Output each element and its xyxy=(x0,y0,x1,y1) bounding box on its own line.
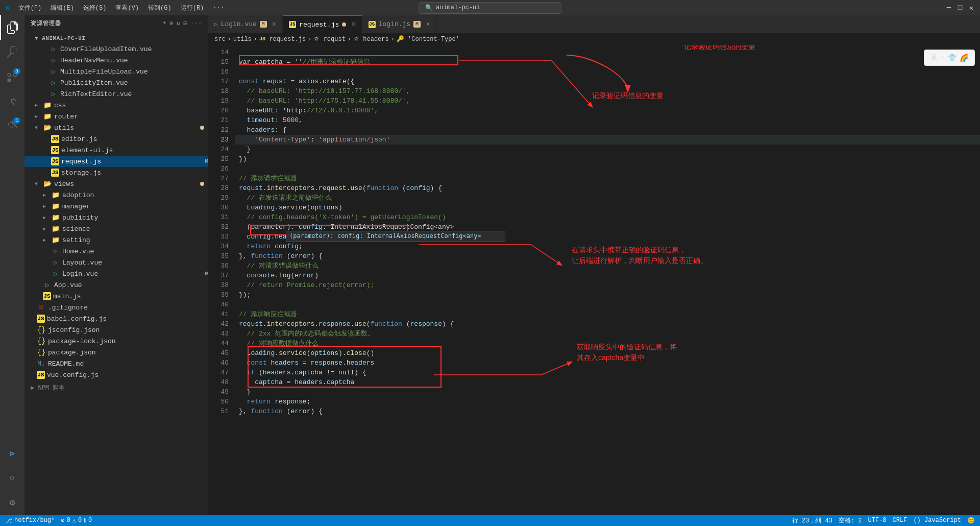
breadcrumb-requestjs[interactable]: request.js xyxy=(269,36,306,43)
tree-item-gitignore[interactable]: ⛭ .gitignore xyxy=(24,302,208,313)
tree-arrow: ▶ xyxy=(43,237,51,243)
tab-modified-dot xyxy=(342,22,346,27)
tree-item-loginvue[interactable]: ▷ Login.vue M xyxy=(24,268,208,279)
status-branch[interactable]: ⎇ hotfix/bug* xyxy=(5,517,55,524)
tree-label: science xyxy=(62,225,208,233)
tree-item-requestjs[interactable]: JS request.js M xyxy=(24,156,208,167)
title-bar-left: ✕ 文件(F) 编辑(E) 选择(S) 查看(V) 转到(G) 运行(R) ··… xyxy=(5,2,228,14)
tree-item-router[interactable]: ▶ 📁 router xyxy=(24,111,208,122)
tree-item-babelconfigjs[interactable]: JS babel.config.js xyxy=(24,313,208,324)
code-line: // config.headers('X-token') = getUserLo… xyxy=(235,212,980,222)
branch-icon: ⎇ xyxy=(5,517,12,524)
activity-extensions[interactable]: 1 xyxy=(0,113,24,138)
breadcrumb-sep: › xyxy=(254,36,257,43)
tree-item-css[interactable]: ▶ 📁 css xyxy=(24,100,208,111)
activity-debug[interactable] xyxy=(0,89,24,113)
tree-item-homevue[interactable]: ▷ Home.vue xyxy=(24,246,208,257)
status-encoding[interactable]: UTF-8 xyxy=(868,517,887,524)
tab-loginvue[interactable]: ▷ Login.vue M × xyxy=(208,15,283,33)
status-feedback[interactable]: 😊 xyxy=(967,517,975,524)
tree-item-adoption[interactable]: ▶ 📁 adoption xyxy=(24,189,208,201)
tree-item-jsconfigjson[interactable]: {} jsconfig.json xyxy=(24,324,208,336)
tree-label: request.js xyxy=(61,158,203,165)
tree-label: css xyxy=(54,102,208,109)
menu-more[interactable]: ··· xyxy=(209,3,228,13)
tree-item-readmemd[interactable]: M↓ README.md xyxy=(24,358,208,369)
menu-goto[interactable]: 转到(G) xyxy=(144,2,176,14)
tree-label: README.md xyxy=(48,360,208,368)
more-icon[interactable]: ··· xyxy=(190,20,202,27)
tree-item-storagejs[interactable]: JS storage.js xyxy=(24,167,208,178)
tree-item-coverfileuploaditem[interactable]: ▷ CoverFileUploadItem.vue xyxy=(24,43,208,55)
tree-item-publicityitem[interactable]: ▷ PublicityItem.vue xyxy=(24,77,208,88)
menu-file[interactable]: 文件(F) xyxy=(14,2,46,14)
breadcrumb-headers[interactable]: ⛭ headers xyxy=(353,35,389,43)
tree-item-packagelockjson[interactable]: {} package-lock.json xyxy=(24,336,208,347)
tree-item-publicity[interactable]: ▶ 📁 publicity xyxy=(24,212,208,223)
collapse-icon[interactable]: ⊟ xyxy=(184,20,188,27)
tab-close-button[interactable]: × xyxy=(426,20,430,29)
tree-item-multiplefileupload[interactable]: ▷ MultipleFileUpload.vue xyxy=(24,66,208,77)
tab-loginjs[interactable]: JS login.js M × xyxy=(362,15,437,33)
activity-source-control[interactable]: 3 xyxy=(0,64,24,89)
refresh-icon[interactable]: ↻ xyxy=(177,20,181,27)
breadcrumb-content-type[interactable]: 🔑 'Content-Type' xyxy=(397,35,459,43)
close-button[interactable]: ✕ xyxy=(968,4,975,11)
warning-icon: ⚠ xyxy=(72,517,76,524)
tree-label: package-lock.json xyxy=(48,338,208,345)
modified-dot xyxy=(200,182,204,186)
tree-item-manager[interactable]: ▶ 📁 manager xyxy=(24,201,208,212)
tree-item-science[interactable]: ▶ 📁 science xyxy=(24,223,208,234)
activity-account[interactable]: ○ xyxy=(0,466,24,490)
code-line: var captcha = ''//用来记录验证码信息 xyxy=(235,57,980,67)
activity-search[interactable] xyxy=(0,40,24,64)
tab-close-button[interactable]: × xyxy=(272,20,276,29)
activity-explorer[interactable] xyxy=(0,15,24,40)
tree-item-setting[interactable]: ▶ 📁 setting xyxy=(24,234,208,246)
npm-section[interactable]: ▶ NPM 脚本 xyxy=(24,380,208,395)
tree-item-appvue[interactable]: ▷ App.vue xyxy=(24,279,208,291)
status-line-ending[interactable]: CRLF xyxy=(893,517,908,524)
tab-requestjs[interactable]: JS request.js × xyxy=(283,15,362,33)
breadcrumb-requst[interactable]: ⛭ requst xyxy=(313,35,345,43)
tree-item-editorjs[interactable]: JS editor.js xyxy=(24,133,208,145)
vue-icon: ▷ xyxy=(51,269,60,278)
menu-select[interactable]: 选择(S) xyxy=(79,2,111,14)
tree-item-mainjs[interactable]: JS main.js xyxy=(24,291,208,302)
search-box[interactable]: 🔍 animal-pc-ui xyxy=(419,2,561,14)
tree-item-layoutvue[interactable]: ▷ Layout.vue xyxy=(24,257,208,268)
new-folder-icon[interactable]: ⊕ xyxy=(169,20,174,27)
tree-label: router xyxy=(54,113,208,121)
breadcrumb-utils[interactable]: utils xyxy=(233,36,252,43)
ext-shirt-icon: 👕 xyxy=(948,54,957,62)
activity-settings[interactable]: ⚙ xyxy=(0,490,24,515)
tab-close-button[interactable]: × xyxy=(351,20,355,29)
tree-item-utils[interactable]: ▼ 📂 utils xyxy=(24,122,208,133)
code-content[interactable]: var captcha = ''//用来记录验证码信息 const requst… xyxy=(235,45,980,515)
menu-view[interactable]: 查看(V) xyxy=(111,2,143,14)
tree-item-vueconfigjs[interactable]: JS vue.config.js xyxy=(24,369,208,380)
status-spaces[interactable]: 空格: 2 xyxy=(839,516,862,525)
md-icon: M↓ xyxy=(37,359,46,368)
tree-item-views[interactable]: ▼ 📂 views xyxy=(24,178,208,189)
status-errors[interactable]: ⊗ 0 ⚠ 0 ℹ 0 xyxy=(61,517,92,524)
minimize-button[interactable]: ─ xyxy=(945,4,952,11)
status-position[interactable]: 行 23，列 43 xyxy=(792,516,832,525)
tree-item-headernavmenu[interactable]: ▷ HeaderNavMenu.vue xyxy=(24,55,208,66)
activity-remote[interactable]: ⊳ xyxy=(0,441,24,466)
new-file-icon[interactable]: + xyxy=(163,20,167,27)
menu-edit[interactable]: 编辑(E) xyxy=(46,2,78,14)
tab-label: login.js xyxy=(379,20,410,28)
breadcrumb-src[interactable]: src xyxy=(214,36,226,43)
tree-label: storage.js xyxy=(61,169,208,177)
tree-item-elementuijs[interactable]: JS element-ui.js xyxy=(24,145,208,156)
tree-item-packagejson[interactable]: {} package.json xyxy=(24,347,208,358)
code-line: return response; xyxy=(235,397,980,407)
tree-label: PublicityItem.vue xyxy=(60,79,208,87)
status-language[interactable]: () JavaScript xyxy=(913,517,961,524)
breadcrumb-sep: › xyxy=(308,36,311,43)
ext-panel[interactable]: 英 · 👕 🌈 xyxy=(924,50,975,66)
menu-run[interactable]: 运行(R) xyxy=(177,2,208,14)
tree-item-richtexteditor[interactable]: ▷ RichTextEditor.vue xyxy=(24,88,208,100)
maximize-button[interactable]: □ xyxy=(957,4,964,11)
